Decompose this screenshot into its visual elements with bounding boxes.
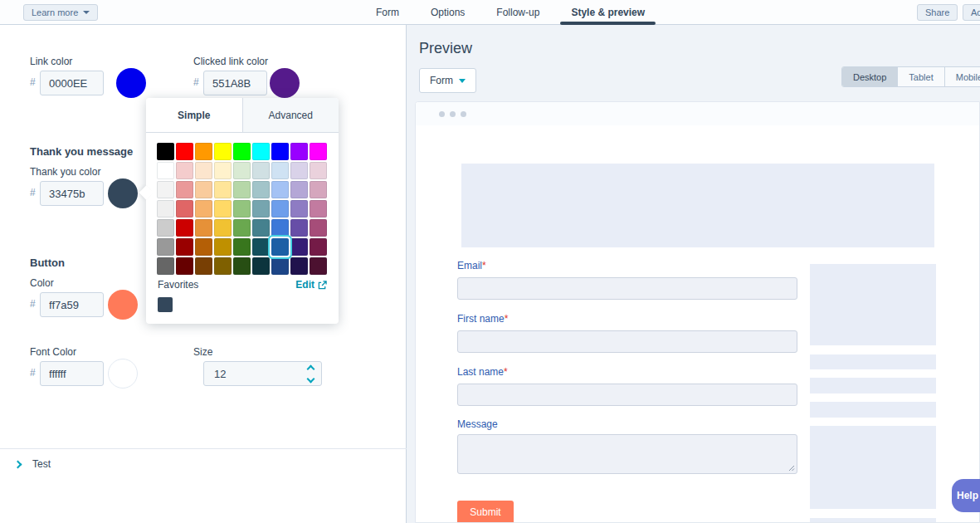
picker-tab-advanced[interactable]: Advanced [243,98,339,133]
color-swatch[interactable] [195,219,212,237]
help-button[interactable]: Help [952,479,980,512]
color-swatch[interactable] [252,219,270,237]
button-color-input[interactable] [40,292,104,317]
stepper-up-icon[interactable] [306,364,314,373]
color-swatch[interactable] [233,181,251,198]
clicked-link-color-swatch[interactable] [270,68,300,98]
learn-more-button[interactable]: Learn more [23,4,98,21]
stepper-down-icon[interactable] [306,374,314,383]
device-mobile-button[interactable]: Mobile [945,67,980,86]
color-swatch[interactable] [214,219,232,237]
test-section-toggle[interactable]: Test [15,458,51,470]
thank-you-color-swatch[interactable] [108,178,138,208]
color-swatch[interactable] [252,143,270,160]
color-swatch[interactable] [214,181,232,198]
color-swatch[interactable] [271,143,289,160]
tab-options[interactable]: Options [431,0,465,25]
clicked-link-color-input[interactable] [203,71,267,95]
color-swatch[interactable] [157,181,174,198]
color-swatch[interactable] [271,238,289,256]
color-swatch[interactable] [214,200,232,218]
color-swatch[interactable] [271,181,289,198]
color-swatch[interactable] [157,257,174,275]
color-swatch[interactable] [233,143,251,160]
color-swatch[interactable] [157,162,174,179]
color-swatch[interactable] [233,219,251,237]
color-swatch[interactable] [214,238,232,256]
color-swatch[interactable] [195,162,212,179]
color-swatch[interactable] [271,219,289,237]
font-color-swatch[interactable] [108,359,138,389]
color-swatch[interactable] [310,162,327,179]
resize-handle-icon[interactable] [788,465,795,472]
color-swatch[interactable] [176,219,193,237]
color-swatch[interactable] [157,219,174,237]
color-swatch[interactable] [310,238,327,256]
color-swatch[interactable] [290,162,308,179]
link-color-swatch[interactable] [116,68,146,98]
color-swatch[interactable] [252,200,270,218]
color-swatch[interactable] [195,238,212,256]
tab-follow-up[interactable]: Follow-up [496,0,539,25]
share-button[interactable]: Share [917,4,958,21]
color-swatch[interactable] [233,200,251,218]
color-swatch[interactable] [233,238,251,256]
tab-style-preview[interactable]: Style & preview [571,0,645,25]
link-color-label: Link color [30,56,72,67]
color-swatch[interactable] [290,238,308,256]
color-swatch[interactable] [195,181,212,198]
color-swatch[interactable] [214,143,232,160]
color-swatch[interactable] [157,143,174,160]
color-swatch[interactable] [310,257,327,275]
color-swatch[interactable] [176,162,193,179]
preview-first-name-input[interactable] [457,330,797,353]
color-swatch[interactable] [252,162,270,179]
color-swatch[interactable] [310,200,327,218]
color-swatch[interactable] [271,162,289,179]
color-swatch[interactable] [195,200,212,218]
tab-form[interactable]: Form [376,0,399,25]
color-swatch[interactable] [310,143,327,160]
button-color-swatch[interactable] [108,290,138,320]
color-swatch[interactable] [157,238,174,256]
color-swatch[interactable] [310,219,327,237]
color-swatch[interactable] [214,257,232,275]
color-swatch[interactable] [290,200,308,218]
color-swatch[interactable] [195,257,212,275]
favorite-color-swatch[interactable] [158,297,173,312]
color-swatch[interactable] [290,257,308,275]
color-swatch[interactable] [176,200,193,218]
color-swatch[interactable] [252,257,270,275]
edit-favorites-link[interactable]: Edit [295,279,327,291]
preview-email-input[interactable] [457,277,797,300]
color-swatch[interactable] [233,162,251,179]
device-tablet-button[interactable]: Tablet [898,67,944,86]
color-swatch[interactable] [176,181,193,198]
color-swatch[interactable] [290,181,308,198]
font-color-input[interactable] [40,361,104,386]
color-swatch[interactable] [176,257,193,275]
color-swatch[interactable] [290,219,308,237]
color-swatch[interactable] [176,143,193,160]
color-swatch[interactable] [233,257,251,275]
link-color-input[interactable] [40,71,104,95]
color-swatch[interactable] [271,200,289,218]
preview-message-textarea[interactable] [457,434,797,474]
color-swatch[interactable] [271,257,289,275]
sidebar-placeholder-bar [810,378,936,393]
color-swatch[interactable] [176,238,193,256]
color-swatch[interactable] [195,143,212,160]
thank-you-color-input[interactable] [40,181,104,206]
color-swatch[interactable] [214,162,232,179]
preview-submit-button[interactable]: Submit [457,501,514,523]
color-swatch[interactable] [252,238,270,256]
color-swatch[interactable] [310,181,327,198]
device-desktop-button[interactable]: Desktop [842,67,898,86]
picker-tab-simple[interactable]: Simple [146,98,243,133]
preview-form-dropdown[interactable]: Form [419,68,476,93]
preview-last-name-input[interactable] [457,384,797,406]
color-swatch[interactable] [290,143,308,160]
color-swatch[interactable] [252,181,270,198]
actions-button[interactable]: Act [963,4,980,21]
color-swatch[interactable] [157,200,174,218]
